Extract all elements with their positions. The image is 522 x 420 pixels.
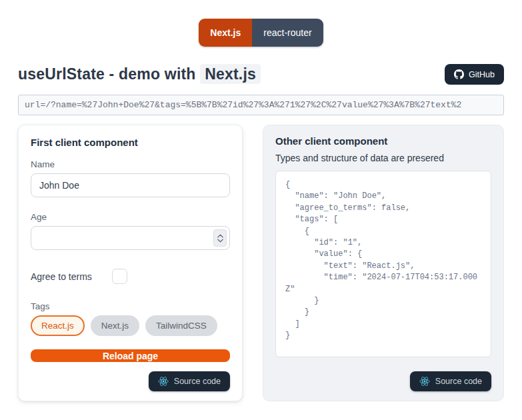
framework-toggle: Next.js react-router <box>199 19 323 47</box>
age-input-wrap <box>31 226 230 250</box>
right-source-code-label: Source code <box>435 377 482 386</box>
age-field-group: Age <box>31 212 230 250</box>
github-button[interactable]: GitHub <box>445 64 504 85</box>
toggle-react-router[interactable]: react-router <box>252 19 323 47</box>
page-title-text: useUrlState - demo with <box>18 65 200 83</box>
github-button-label: GitHub <box>469 70 495 79</box>
left-source-code-label: Source code <box>174 377 221 386</box>
right-source-code-row: Source code <box>275 371 491 391</box>
right-source-code-button[interactable]: Source code <box>410 371 491 391</box>
tags-group: Tags React.js Next.js TailwindCSS <box>31 301 230 336</box>
other-card-subtitle: Types and structure of data are presered <box>275 153 491 163</box>
name-input[interactable] <box>31 173 230 197</box>
first-card-title: First client component <box>31 137 230 148</box>
agree-to-terms-checkbox[interactable] <box>112 269 127 284</box>
left-source-code-row: Source code <box>31 371 230 391</box>
state-json-code-block: { "name": "John Doe", "agree_to_terms": … <box>275 171 491 357</box>
tag-nextjs[interactable]: Next.js <box>91 315 139 336</box>
name-label: Name <box>31 159 230 169</box>
page-title-highlight: Next.js <box>200 64 261 84</box>
tags-label: Tags <box>31 301 230 311</box>
page-title: useUrlState - demo with Next.js <box>18 65 261 83</box>
number-stepper-chevrons[interactable] <box>213 229 227 247</box>
other-client-component-card: Other client component Types and structu… <box>263 125 504 401</box>
react-atom-icon <box>419 376 430 387</box>
age-label: Age <box>31 212 230 222</box>
header: useUrlState - demo with Next.js GitHub <box>18 64 504 85</box>
github-octocat-icon <box>454 69 464 79</box>
react-atom-icon <box>158 376 169 387</box>
url-state-readout: url=/?name=%27John+Doe%27&tags=%5B%7B%27… <box>18 95 504 115</box>
page: Next.js react-router useUrlState - demo … <box>0 0 522 401</box>
state-json-code: { "name": "John Doe", "agree_to_terms": … <box>285 179 481 341</box>
toggle-nextjs[interactable]: Next.js <box>199 19 252 47</box>
first-client-component-card: First client component Name Age Agree to… <box>18 125 243 401</box>
cards-row: First client component Name Age Agree to… <box>18 125 504 401</box>
age-input[interactable] <box>31 226 230 250</box>
name-field-group: Name <box>31 159 230 197</box>
tag-reactjs[interactable]: React.js <box>31 315 85 336</box>
tag-pills: React.js Next.js TailwindCSS <box>31 315 230 336</box>
left-source-code-button[interactable]: Source code <box>149 371 230 391</box>
tag-tailwindcss[interactable]: TailwindCSS <box>145 315 217 336</box>
reload-page-button[interactable]: Reload page <box>31 349 230 362</box>
framework-toggle-row: Next.js react-router <box>18 19 504 47</box>
agree-to-terms-label: Agree to terms <box>31 271 92 282</box>
agree-to-terms-group: Agree to terms <box>31 269 230 284</box>
other-card-title: Other client component <box>275 135 491 147</box>
